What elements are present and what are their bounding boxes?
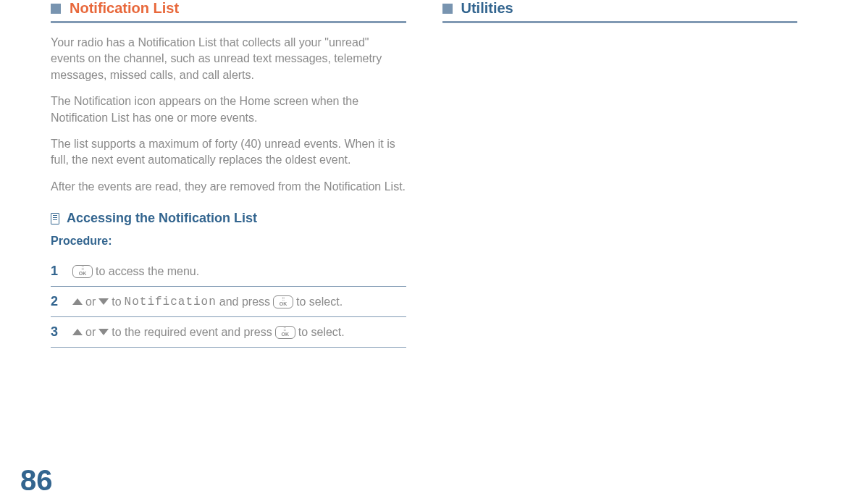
paragraph: Your radio has a Notification List that …	[51, 35, 406, 83]
ok-button-icon: ⠿OK	[72, 265, 93, 278]
procedure-step: 1 ⠿OK to access the menu.	[51, 256, 406, 287]
procedure-label: Procedure:	[51, 235, 406, 248]
down-arrow-icon	[98, 329, 109, 335]
down-arrow-icon	[98, 298, 109, 305]
page-number: 86	[20, 464, 53, 497]
right-column: Utilities	[442, 0, 798, 348]
step-text: to access the menu.	[96, 265, 199, 278]
paragraph: After the events are read, they are remo…	[51, 179, 406, 195]
document-icon	[51, 213, 59, 224]
procedure-step: 3 or to the required event and press ⠿OK…	[51, 317, 406, 348]
left-column: Notification List Your radio has a Notif…	[51, 0, 406, 348]
paragraph: The Notification icon appears on the Hom…	[51, 93, 406, 126]
section-header-utilities: Utilities	[442, 0, 798, 17]
ok-button-icon: ⠿OK	[273, 295, 293, 308]
section-title: Utilities	[461, 0, 513, 17]
step-body: or to the required event and press ⠿OK t…	[72, 326, 345, 339]
section-title: Notification List	[70, 0, 179, 17]
step-text: or	[85, 295, 96, 308]
procedure-step: 2 or to Notification and press ⠿OK to se…	[51, 287, 406, 317]
section-rule	[442, 21, 798, 23]
paragraph: The list supports a maximum of forty (40…	[51, 136, 406, 169]
up-arrow-icon	[72, 329, 83, 335]
step-text: or	[85, 326, 96, 339]
step-body: or to Notification and press ⠿OK to sele…	[72, 295, 343, 308]
ok-button-icon: ⠿OK	[275, 326, 295, 339]
section-marker-icon	[51, 4, 61, 14]
step-text: and press	[219, 295, 270, 308]
menu-target: Notification	[125, 295, 217, 308]
up-arrow-icon	[72, 298, 83, 305]
step-number: 3	[51, 324, 64, 340]
section-rule	[51, 21, 406, 23]
step-number: 2	[51, 294, 64, 309]
section-header-notification: Notification List	[51, 0, 406, 17]
sub-header: Accessing the Notification List	[51, 211, 406, 226]
section-marker-icon	[442, 4, 453, 14]
step-number: 1	[51, 264, 64, 279]
sub-title: Accessing the Notification List	[67, 211, 257, 226]
step-text: to the required event and press	[112, 326, 272, 339]
step-text: to select.	[298, 326, 345, 339]
step-body: ⠿OK to access the menu.	[72, 265, 199, 278]
step-text: to	[112, 295, 121, 308]
step-text: to select.	[296, 295, 343, 308]
